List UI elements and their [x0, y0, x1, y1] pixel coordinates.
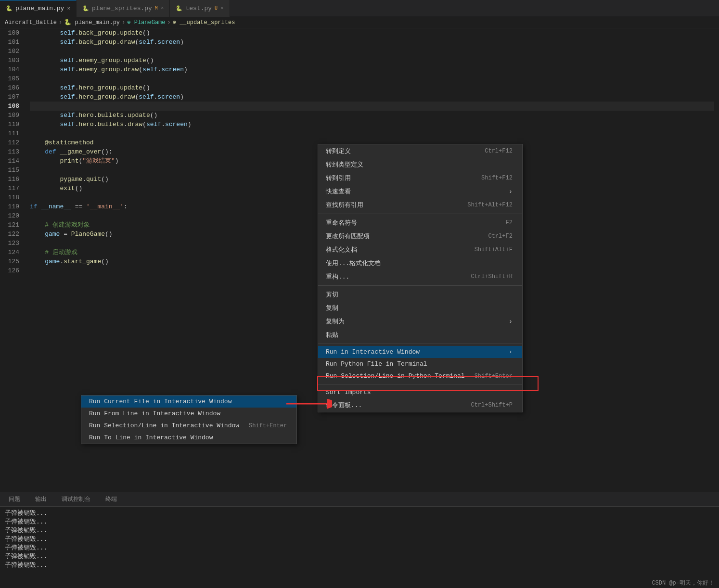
- breadcrumb-aircraft[interactable]: Aircraft_Battle: [5, 19, 57, 26]
- line-108: 108: [4, 102, 19, 111]
- menu-command-palette-shortcut: Ctrl+Shift+P: [471, 402, 512, 409]
- menu-cut-label: 剪切: [326, 290, 338, 299]
- tab-label-test: test.py: [185, 5, 212, 12]
- log-line-1: 子弹被销毁...: [5, 509, 714, 518]
- menu-run-interactive-label: Run in Interactive Window: [326, 348, 420, 356]
- line-104: 104: [4, 65, 19, 74]
- menu-copy[interactable]: 复制: [318, 301, 522, 315]
- tab-close-sprites[interactable]: ×: [161, 5, 164, 11]
- tab-close-test[interactable]: ×: [220, 5, 224, 11]
- line-113: 113: [4, 147, 19, 156]
- code-line-110: self.hero.bullets.draw(self.screen): [30, 120, 714, 129]
- breadcrumb-file[interactable]: 🐍 plane_main.py: [64, 19, 120, 26]
- line-117: 117: [4, 184, 19, 193]
- tab-label-plane-sprites: plane_sprites.py: [92, 5, 152, 12]
- menu-rename[interactable]: 重命名符号 F2: [318, 216, 522, 230]
- line-numbers: 100 101 102 103 104 105 106 107 108 109 …: [0, 28, 25, 490]
- line-119: 119: [4, 202, 19, 211]
- menu-quick-peek[interactable]: 快速查看 ›: [318, 185, 522, 198]
- menu-copy-as-arrow: ›: [509, 318, 513, 325]
- menu-sort-imports-label: Sort Imports: [326, 389, 371, 396]
- breadcrumb-sep-3: ›: [167, 19, 171, 26]
- tab-terminal[interactable]: 终端: [102, 492, 121, 507]
- tab-badge-sprites: M: [155, 6, 158, 11]
- menu-goto-ref-shortcut: Shift+F12: [481, 175, 513, 181]
- submenu-run-current[interactable]: Run Current File in Interactive Window: [81, 396, 296, 408]
- code-line-106: self.hero_group.update(): [30, 83, 714, 92]
- menu-goto-ref[interactable]: 转到引用 Shift+F12: [318, 171, 522, 185]
- line-123: 123: [4, 239, 19, 248]
- menu-refactor[interactable]: 重构... Ctrl+Shift+R: [318, 270, 522, 283]
- tab-plane-sprites[interactable]: 🐍 plane_sprites.py M ×: [77, 0, 170, 17]
- tab-plane-main[interactable]: 🐍 plane_main.py ×: [0, 0, 77, 17]
- line-114: 114: [4, 156, 19, 166]
- submenu-run-from-line[interactable]: Run From Line in Interactive Window: [81, 408, 296, 420]
- submenu-run-from-line-label: Run From Line in Interactive Window: [89, 410, 220, 417]
- line-122: 122: [4, 230, 19, 239]
- bottom-panel: 问题 输出 调试控制台 终端 子弹被销毁... 子弹被销毁... 子弹被销毁..…: [0, 492, 719, 588]
- menu-change-all[interactable]: 更改所有匹配项 Ctrl+F2: [318, 230, 522, 243]
- log-line-3: 子弹被销毁...: [5, 526, 714, 535]
- menu-sort-imports[interactable]: Sort Imports: [318, 386, 522, 398]
- tab-close-plane-main[interactable]: ×: [67, 6, 70, 12]
- menu-run-python-terminal[interactable]: Run Python File in Terminal: [318, 358, 522, 370]
- code-line-111: [30, 129, 714, 138]
- code-line-107: self.hero_group.draw(self.screen): [30, 92, 714, 102]
- log-line-2: 子弹被销毁...: [5, 518, 714, 526]
- py-icon-2: 🐍: [82, 5, 89, 12]
- line-116: 116: [4, 175, 19, 184]
- menu-quick-peek-label: 快速查看: [326, 187, 351, 196]
- menu-run-selection-terminal[interactable]: Run Selection/Line in Python Terminal Sh…: [318, 370, 522, 382]
- menu-copy-label: 复制: [326, 304, 338, 312]
- line-102: 102: [4, 47, 19, 56]
- menu-run-interactive[interactable]: Run in Interactive Window ›: [318, 346, 522, 358]
- sep-1: [318, 214, 522, 214]
- menu-format-with[interactable]: 使用...格式化文档: [318, 256, 522, 270]
- submenu-run-selection-shortcut: Shift+Enter: [249, 422, 287, 429]
- menu-goto-def-shortcut: Ctrl+F12: [485, 148, 513, 154]
- code-line-109: self.hero.bullets.update(): [30, 111, 714, 120]
- breadcrumb-class[interactable]: ⊕ PlaneGame: [127, 19, 165, 26]
- menu-quick-peek-arrow: ›: [509, 188, 513, 195]
- sep-3: [318, 344, 522, 344]
- tab-debug-console[interactable]: 调试控制台: [58, 492, 94, 507]
- menu-command-palette[interactable]: 命令面板... Ctrl+Shift+P: [318, 398, 522, 412]
- menu-goto-def[interactable]: 转到定义 Ctrl+F12: [318, 144, 522, 158]
- tab-problems[interactable]: 问题: [5, 492, 24, 507]
- tab-output[interactable]: 输出: [31, 492, 51, 507]
- breadcrumb-method[interactable]: ⊕ __update_sprites: [173, 19, 235, 26]
- submenu-run-to-line-label: Run To Line in Interactive Window: [89, 434, 213, 441]
- line-126: 126: [4, 266, 19, 275]
- menu-run-python-terminal-label: Run Python File in Terminal: [326, 360, 427, 368]
- menu-find-all-refs[interactable]: 查找所有引用 Shift+Alt+F12: [318, 198, 522, 212]
- submenu-interactive: Run Current File in Interactive Window R…: [81, 395, 297, 444]
- menu-goto-type-def-label: 转到类型定义: [326, 160, 363, 169]
- line-105: 105: [4, 74, 19, 83]
- code-line-104: self.enemy_group.draw(self.screen): [30, 65, 714, 74]
- submenu-run-to-line[interactable]: Run To Line in Interactive Window: [81, 432, 296, 444]
- menu-goto-type-def[interactable]: 转到类型定义: [318, 158, 522, 171]
- code-line-100: self.back_group.update(): [30, 28, 714, 38]
- menu-find-all-refs-label: 查找所有引用: [326, 201, 363, 209]
- menu-cut[interactable]: 剪切: [318, 288, 522, 301]
- menu-paste[interactable]: 粘贴: [318, 328, 522, 342]
- code-line-102: [30, 47, 714, 56]
- bottom-content: 子弹被销毁... 子弹被销毁... 子弹被销毁... 子弹被销毁... 子弹被销…: [0, 507, 719, 572]
- submenu-run-selection[interactable]: Run Selection/Line in Interactive Window…: [81, 420, 296, 432]
- line-120: 120: [4, 211, 19, 220]
- context-menu: 转到定义 Ctrl+F12 转到类型定义 转到引用 Shift+F12 快速查看…: [318, 144, 523, 412]
- line-106: 106: [4, 83, 19, 92]
- line-101: 101: [4, 38, 19, 47]
- code-line-108: [30, 102, 714, 111]
- sep-4: [318, 384, 522, 384]
- menu-copy-as[interactable]: 复制为 ›: [318, 315, 522, 328]
- menu-refactor-label: 重构...: [326, 272, 349, 281]
- menu-rename-label: 重命名符号: [326, 218, 357, 227]
- line-111: 111: [4, 129, 19, 138]
- menu-run-selection-terminal-shortcut: Shift+Enter: [475, 373, 513, 380]
- log-line-7: 子弹被销毁...: [5, 561, 714, 570]
- breadcrumb: Aircraft_Battle › 🐍 plane_main.py › ⊕ Pl…: [0, 17, 719, 28]
- tab-test[interactable]: 🐍 test.py U ×: [170, 0, 230, 17]
- menu-format-doc[interactable]: 格式化文档 Shift+Alt+F: [318, 243, 522, 256]
- log-line-6: 子弹被销毁...: [5, 552, 714, 561]
